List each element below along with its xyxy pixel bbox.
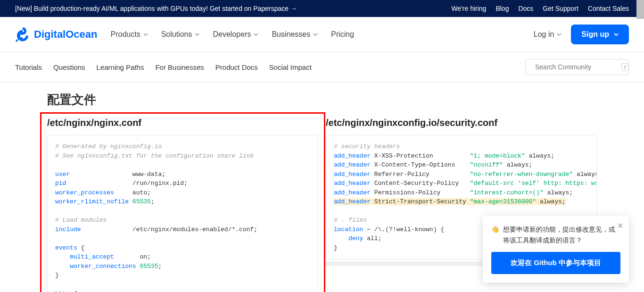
file-path-title: /etc/nginx/nginx.conf — [47, 117, 318, 128]
chevron-down-icon — [195, 32, 199, 37]
subnav-learning-paths[interactable]: Learning Paths — [97, 63, 144, 71]
brand-text: DigitalOcean — [34, 28, 97, 41]
hiring-link[interactable]: We're hiring — [451, 5, 486, 12]
main-nav: DigitalOcean Products Solutions Develope… — [0, 17, 644, 52]
chevron-down-icon — [313, 32, 318, 37]
chevron-down-icon — [254, 32, 258, 37]
close-icon[interactable]: ✕ — [617, 221, 623, 230]
page-title: 配置文件 — [47, 92, 597, 108]
subnav-product-docs[interactable]: Product Docs — [215, 63, 258, 71]
search-input[interactable] — [535, 63, 618, 71]
nav-businesses[interactable]: Businesses — [272, 30, 318, 39]
subnav-tutorials[interactable]: Tutorials — [15, 63, 42, 71]
file-column-nginx-conf: /etc/nginx/nginx.conf # Generated by ngi… — [40, 112, 325, 292]
nav-developers[interactable]: Developers — [213, 30, 258, 39]
svg-rect-1 — [16, 40, 18, 42]
nav-products[interactable]: Products — [110, 30, 148, 39]
file-path-title: /etc/nginx/nginxconfig.io/security.conf — [326, 117, 597, 128]
subnav-questions[interactable]: Questions — [53, 63, 85, 71]
search-box[interactable]: / — [525, 59, 629, 75]
github-participate-button[interactable]: 欢迎在 Github 中参与本项目 — [491, 252, 620, 274]
logo[interactable]: DigitalOcean — [15, 27, 97, 42]
search-shortcut-key: / — [621, 63, 628, 71]
page-scrollbar[interactable] — [636, 0, 644, 292]
chevron-down-icon — [614, 32, 619, 37]
promo-link[interactable]: [New] Build production-ready AI/ML appli… — [15, 5, 297, 12]
nav-pricing[interactable]: Pricing — [331, 30, 354, 39]
subnav-social-impact[interactable]: Social Impact — [269, 63, 312, 71]
top-banner: [New] Build production-ready AI/ML appli… — [0, 0, 644, 17]
wave-emoji-icon: 👋 — [491, 224, 499, 245]
popover-message: 想要申请新的功能，提出修改意见，或将该工具翻译成新的语言？ — [503, 224, 620, 245]
support-link[interactable]: Get Support — [543, 5, 578, 12]
nav-solutions[interactable]: Solutions — [161, 30, 200, 39]
login-button[interactable]: Log in — [534, 30, 562, 39]
sub-nav: Tutorials Questions Learning Paths For B… — [0, 52, 644, 82]
chevron-down-icon — [557, 32, 561, 37]
blog-link[interactable]: Blog — [495, 5, 509, 12]
chevron-down-icon — [143, 32, 148, 37]
digitalocean-logo-icon — [15, 27, 30, 42]
signup-button[interactable]: Sign up — [571, 25, 629, 44]
svg-rect-0 — [18, 37, 20, 40]
code-block-nginx-conf[interactable]: # Generated by nginxconfig.io # See ngin… — [47, 135, 318, 292]
docs-link[interactable]: Docs — [518, 5, 533, 12]
subnav-for-businesses[interactable]: For Businesses — [155, 63, 204, 71]
contact-sales-link[interactable]: Contact Sales — [588, 5, 629, 12]
github-popover: ✕ 👋 想要申请新的功能，提出修改意见，或将该工具翻译成新的语言？ 欢迎在 Gi… — [483, 216, 629, 283]
